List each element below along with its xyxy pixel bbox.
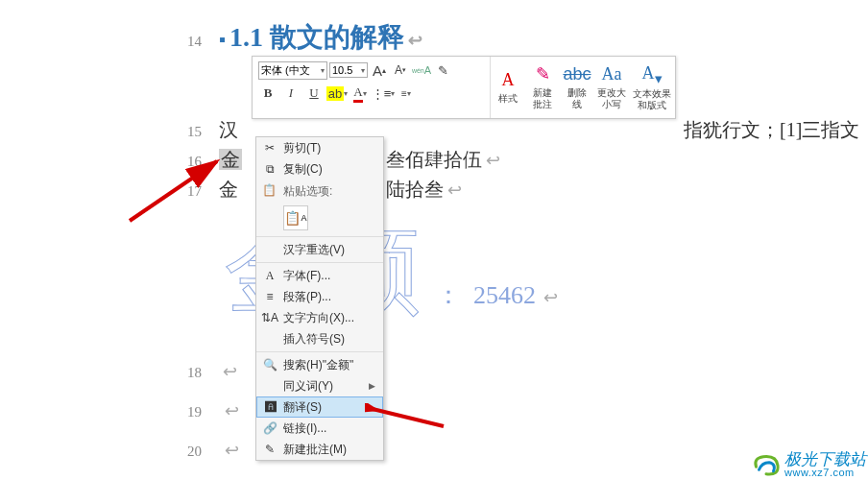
text-direction-icon: ⇅A <box>262 310 277 325</box>
paragraph-mark-icon: ↩ <box>225 441 239 460</box>
grow-font-button[interactable]: A▴ <box>370 60 389 80</box>
body-text: 陆拾叁↩ <box>386 177 462 203</box>
italic-button[interactable]: I <box>281 84 301 103</box>
comment-icon: ✎ <box>262 442 277 457</box>
menu-cut[interactable]: ✂剪切(T) <box>256 137 383 158</box>
link-icon: 🔗 <box>262 420 277 436</box>
paragraph-mark-icon: ↩ <box>486 151 500 170</box>
paragraph-icon: ≡ <box>262 289 277 304</box>
menu-synonym[interactable]: 同义词(Y)▶ <box>256 375 383 396</box>
highlight-button[interactable]: ab▾ <box>327 84 347 103</box>
annotation-arrow-1 <box>125 154 230 230</box>
svg-line-1 <box>373 409 444 426</box>
translate-icon: 🅰 <box>263 399 278 415</box>
font-color-button[interactable]: A▾ <box>350 84 370 103</box>
line-number: 14 <box>154 34 202 50</box>
paragraph-mark-icon: ↩ <box>225 401 239 420</box>
line-number: 15 <box>154 124 202 140</box>
search-icon: 🔍 <box>262 357 277 372</box>
font-size-combo[interactable]: 10.5▾ <box>329 62 368 78</box>
font-icon: A <box>262 268 277 283</box>
menu-new-comment[interactable]: ✎新建批注(M) <box>256 439 383 460</box>
menu-copy[interactable]: ⧉复制(C) <box>256 158 383 180</box>
svg-line-0 <box>130 161 217 221</box>
menu-paste-options-label: 📋粘贴选项: <box>256 180 383 204</box>
clipboard-icon: 📋 <box>284 210 301 226</box>
line-number: 20 <box>154 444 202 460</box>
paragraph-mark-icon: ↩ <box>223 362 237 381</box>
menu-search[interactable]: 🔍搜索(H)"金额" <box>256 354 383 375</box>
menu-font[interactable]: A字体(F)... <box>256 265 383 286</box>
paragraph-mark-icon: ↩ <box>543 288 558 307</box>
copy-icon: ⧉ <box>262 161 277 177</box>
chevron-down-icon[interactable]: ▾ <box>321 66 325 75</box>
numbering-button[interactable]: ≡▾ <box>397 84 416 103</box>
styles-button[interactable]: A样式 <box>491 57 525 118</box>
logo-swirl-icon <box>752 452 781 477</box>
heading-bullet: ▪ <box>219 29 226 50</box>
line-number: 19 <box>154 404 202 420</box>
body-text: 叁佰肆拾伍↩ <box>386 147 500 173</box>
font-name-combo[interactable]: 宋体 (中文▾ <box>258 61 327 80</box>
paste-icon: 📋 <box>262 183 277 197</box>
mini-toolbar: 宋体 (中文▾ 10.5▾ A▴ A▾ wénA ✎ B I U ab▾ A▾ … <box>252 56 676 119</box>
line-number: 18 <box>154 365 202 381</box>
paragraph-mark-icon: ↩ <box>408 31 422 50</box>
menu-paragraph[interactable]: ≡段落(P)... <box>256 286 383 307</box>
body-text[interactable]: 汉 <box>219 117 238 143</box>
menu-insert-symbol[interactable]: 插入符号(S) <box>256 328 383 349</box>
cut-icon: ✂ <box>262 140 277 156</box>
annotation-arrow-2 <box>365 403 451 432</box>
shrink-font-button[interactable]: A▾ <box>391 60 410 80</box>
menu-text-direction[interactable]: ⇅A文字方向(X)... <box>256 307 383 328</box>
change-case-button[interactable]: Aa更改大 小写 <box>594 57 629 118</box>
chevron-right-icon: ▶ <box>369 381 375 391</box>
bullets-button[interactable]: ⋮≡▾ <box>374 84 393 103</box>
chevron-down-icon[interactable]: ▾ <box>361 66 365 75</box>
menu-cjk-reconvert[interactable]: 汉字重选(V) <box>256 239 383 260</box>
paragraph-mark-icon: ↩ <box>447 180 462 200</box>
bold-button[interactable]: B <box>258 84 277 103</box>
underline-button[interactable]: U <box>304 84 324 103</box>
body-text: 指犹行文；[1]三指文 <box>684 117 859 143</box>
phonetic-guide-button[interactable]: wénA <box>412 60 431 80</box>
strikethrough-button[interactable]: abє删除 线 <box>560 57 594 118</box>
new-comment-button[interactable]: ✎新建 批注 <box>525 57 560 118</box>
heading-1-1: ▪1.1 散文的解释↩ <box>219 19 422 56</box>
format-painter-button[interactable]: ✎ <box>433 60 452 80</box>
site-watermark-logo: 极光下载站 www.xz7.com <box>752 451 866 478</box>
text-effects-button[interactable]: A▾文本效果 和版式 <box>629 57 675 118</box>
paste-keep-text-button[interactable]: 📋A <box>283 205 308 230</box>
